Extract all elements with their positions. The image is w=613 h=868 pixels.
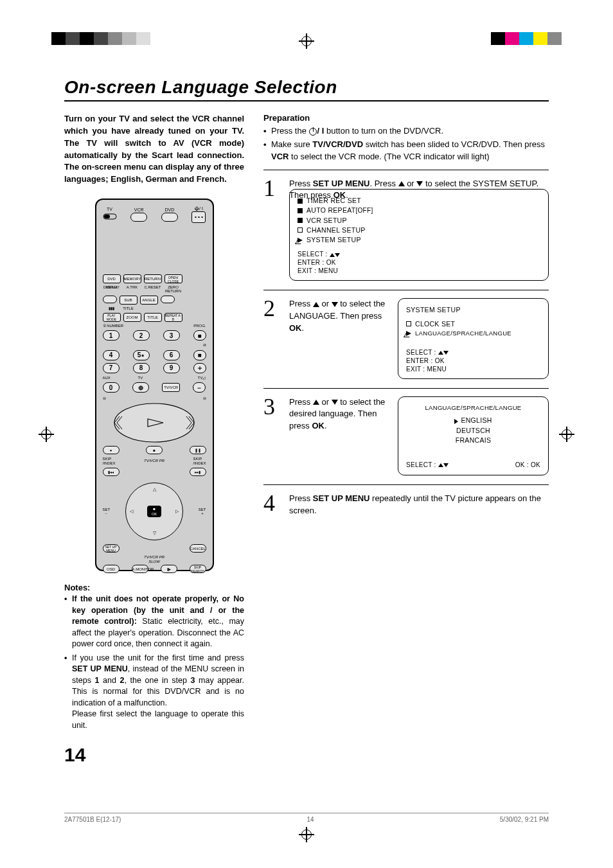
remote-skipsearch-button: SKIP SEARCH [190,565,206,573]
svg-rect-1 [104,215,110,218]
down-arrow-icon [416,181,423,186]
remote-label-tv: TV [103,207,117,212]
prep-item-2: Make sure TV/VCR/DVD switch has been sli… [263,139,549,163]
step-1: 1 Press SET UP MENU. Press or to select … [263,170,549,291]
preparation-list: Press the / I button to turn on the DVD/… [263,125,549,163]
remote-osd-button: OSD [103,565,120,573]
note-item-1: If the unit does not operate properly, o… [64,594,244,650]
down-arrow-icon [332,302,338,307]
remote-label-dvd: DVD [161,208,178,213]
switch-icon [103,212,117,221]
remote-label-vcr: VCR [130,208,147,213]
remote-openclose-button: OPEN/ CLOSE [164,274,182,283]
footer-page: 14 [307,816,314,823]
remote-illustration: TV VCR DVD [95,199,214,571]
osd-screen-2: SYSTEM SETUP CLOCK SET LANGUAGE/SPRACHE/… [398,298,549,378]
osd-screen-3: LANGUAGE/SPRACHE/LANGUE ENGLISH DEUTSCH … [398,396,549,476]
up-arrow-icon [313,302,319,307]
step-2: 2 Press or to select the LANGUAGE. Then … [263,290,549,388]
step-number-1: 1 [263,178,280,281]
step-4-text: Press SET UP MENU repeatedly until the T… [289,493,549,517]
footer-doc-id: 2A77501B E(12-17) [64,816,121,823]
remote-num-6: 6 [163,350,180,360]
page-title: On-screen Language Selection [64,77,549,98]
step-number-4: 4 [263,493,280,517]
remote-power-button: ∘∘∘ [191,211,206,223]
preparation-heading: Preparation [263,113,549,123]
step-3-text: Press or to select the desired language.… [289,396,389,476]
remote-num-0: 0 [103,382,120,393]
footer-timestamp: 5/30/02, 9:21 PM [500,816,549,823]
remote-setup-menu-button: SET UP MENU [103,544,120,553]
registration-mark-right [559,427,574,442]
remote-tvvcr-button: TV/VCR [162,383,180,392]
step-2-text: Press or to select the LANGUAGE. Then pr… [289,298,389,378]
remote-num-7: 7 [103,363,120,373]
selection-pointer-icon [454,419,458,424]
prep-item-1: Press the / I button to turn on the DVD/… [263,125,549,137]
registration-mark-left [39,427,54,442]
remote-num-8: 8 [133,363,150,373]
remote-memory-button: MEMORY [123,274,141,283]
power-icon [309,128,317,136]
step-3: 3 Press or to select the desired languag… [263,389,549,486]
registration-mark-bottom [299,827,314,842]
step-4: 4 Press SET UP MENU repeatedly until the… [263,485,549,526]
page-number: 14 [64,744,244,766]
svg-point-2 [114,403,194,442]
remote-num-5: 5∘ [133,350,150,360]
remote-dvd-button [161,213,178,222]
printer-registration-marks [0,32,613,51]
down-arrow-icon [332,400,338,405]
remote-dvdmenu-button: DVD MENU [103,274,121,283]
up-arrow-icon [313,400,319,405]
notes-heading: Notes: [64,583,244,592]
remote-num-9: 9 [163,363,180,373]
remote-vcr-button [130,213,147,222]
up-arrow-icon [398,181,405,186]
remote-nav-pad: △ ◁ ▷ ▽ ■OK [125,483,183,540]
remote-cancel-button: CANCEL [190,544,206,553]
remote-num-4: 4 [103,350,120,360]
step-number-2: 2 [263,298,280,378]
step-number-3: 3 [263,396,280,476]
page-footer: 2A77501B E(12-17) 14 5/30/02, 9:21 PM [64,813,549,823]
intro-paragraph: Turn on your TV and select the VCR chann… [64,113,244,186]
title-rule [64,100,549,102]
osd-screen-1: TIMER REC SET AUTO REPEAT[OFF] VCR SETUP… [289,189,549,281]
remote-num-3: 3 [163,330,180,341]
remote-num-2: 2 [133,330,150,341]
cursor-arrow-icon [406,330,415,337]
cursor-arrow-icon [298,236,306,244]
note-item-2: If you use the unit for the first time a… [64,653,244,732]
remote-amonitor-button: A.MONITOR [132,565,148,573]
notes-list: If the unit does not operate properly, o… [64,594,244,731]
remote-return-button: RETURN [144,274,162,283]
remote-transport-pad [103,401,206,446]
remote-num-1: 1 [103,330,120,341]
